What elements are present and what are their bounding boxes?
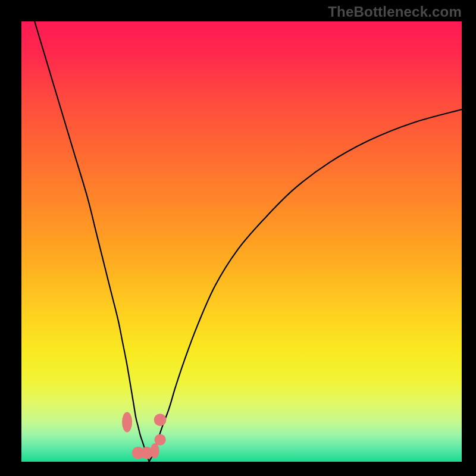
data-marker <box>151 443 159 458</box>
chart-svg <box>21 21 462 462</box>
watermark-text: TheBottleneck.com <box>328 4 462 20</box>
data-marker <box>154 434 165 445</box>
outer-frame: TheBottleneck.com <box>0 0 476 476</box>
markers-group <box>122 412 166 459</box>
data-marker <box>154 414 167 426</box>
right-curve <box>149 109 462 462</box>
data-marker <box>122 412 132 432</box>
left-curve <box>35 21 149 462</box>
plot-area <box>21 21 462 462</box>
